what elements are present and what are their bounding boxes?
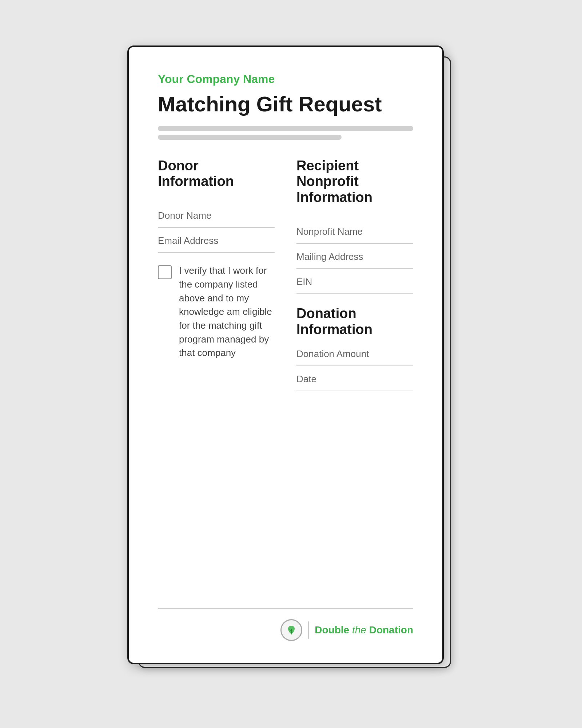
progress-bar-1 (158, 126, 413, 131)
verify-checkbox[interactable] (158, 265, 172, 279)
donation-fields: Donation Amount Date (296, 341, 413, 391)
footer-brand: Double the Donation (158, 619, 413, 641)
brand-name: Double the Donation (315, 624, 413, 636)
page-stack: Your Company Name Matching Gift Request … (127, 46, 455, 682)
footer-divider (158, 608, 413, 609)
brand-divider (308, 621, 309, 639)
ein-label: EIN (296, 276, 312, 287)
donor-fields: Donor Name Email Address (158, 203, 275, 253)
email-address-label: Email Address (158, 235, 218, 246)
ein-field[interactable]: EIN (296, 269, 413, 294)
nonprofit-section-heading: Recipient NonprofitInformation (296, 158, 413, 206)
verify-checkbox-label: I verify that I work for the company lis… (179, 264, 275, 360)
date-field[interactable]: Date (296, 366, 413, 391)
donor-name-label: Donor Name (158, 210, 211, 221)
brand-the: the (349, 624, 369, 636)
donation-section-heading: DonationInformation (296, 306, 413, 337)
nonprofit-fields: Nonprofit Name Mailing Address EIN (296, 219, 413, 294)
mailing-address-label: Mailing Address (296, 251, 363, 262)
nonprofit-name-field[interactable]: Nonprofit Name (296, 219, 413, 244)
page-main: Your Company Name Matching Gift Request … (127, 46, 444, 664)
nonprofit-donation-column: Recipient NonprofitInformation Nonprofit… (296, 158, 413, 608)
donation-amount-label: Donation Amount (296, 348, 369, 359)
nonprofit-name-label: Nonprofit Name (296, 226, 363, 237)
donor-section-heading: DonorInformation (158, 158, 275, 190)
company-name: Your Company Name (158, 72, 413, 86)
brand-donation: Donation (369, 624, 413, 636)
brand-svg-icon (285, 624, 298, 636)
verify-checkbox-area[interactable]: I verify that I work for the company lis… (158, 253, 275, 366)
donor-column: DonorInformation Donor Name Email Addres… (158, 158, 275, 608)
double-the-donation-icon (280, 619, 302, 641)
mailing-address-field[interactable]: Mailing Address (296, 244, 413, 269)
form-columns: DonorInformation Donor Name Email Addres… (158, 158, 413, 608)
donor-name-field[interactable]: Donor Name (158, 203, 275, 228)
progress-bars (158, 126, 413, 140)
donation-amount-field[interactable]: Donation Amount (296, 341, 413, 366)
date-label: Date (296, 373, 316, 384)
form-title: Matching Gift Request (158, 92, 413, 116)
email-address-field[interactable]: Email Address (158, 228, 275, 253)
brand-double: Double (315, 624, 349, 636)
progress-bar-2 (158, 135, 342, 140)
